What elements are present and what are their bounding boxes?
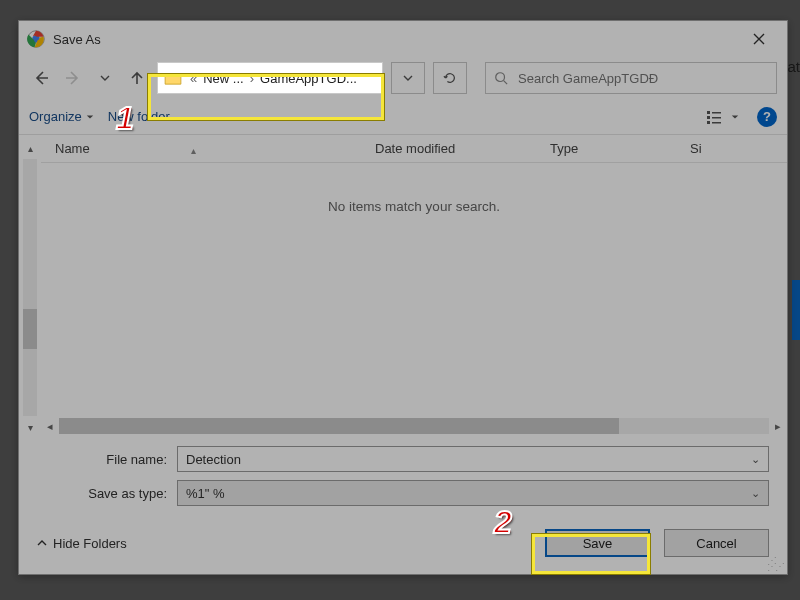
- horizontal-scrollbar[interactable]: ◂ ▸: [41, 416, 787, 436]
- save-as-type-label: Save as type:: [37, 486, 177, 501]
- breadcrumb-dropdown[interactable]: [391, 62, 425, 94]
- hide-folders-label: Hide Folders: [53, 536, 127, 551]
- column-name[interactable]: Name ▴: [41, 141, 361, 156]
- svg-rect-6: [712, 117, 721, 119]
- chevron-down-icon: [403, 73, 413, 83]
- view-details-icon: [707, 110, 727, 124]
- folder-icon: [164, 71, 182, 85]
- resize-grip-icon[interactable]: ⋰⋰⋰: [767, 558, 783, 570]
- up-button[interactable]: [125, 66, 149, 90]
- scroll-track[interactable]: [23, 159, 37, 416]
- column-name-label: Name: [55, 141, 90, 156]
- toolbar: Organize New folder ?: [19, 99, 787, 135]
- save-as-type-select[interactable]: %1" % ⌄: [177, 480, 769, 506]
- caret-down-icon: [731, 113, 739, 121]
- refresh-icon: [443, 71, 457, 85]
- scroll-left-icon[interactable]: ◂: [41, 420, 59, 433]
- organize-menu[interactable]: Organize: [29, 109, 94, 124]
- nav-row: « New ... › GameAppTGD...: [19, 57, 787, 99]
- help-button[interactable]: ?: [757, 107, 777, 127]
- arrow-right-icon: [65, 70, 81, 86]
- step-badge-2: 2: [494, 504, 512, 541]
- view-options-button[interactable]: [703, 105, 743, 129]
- breadcrumb-seg-2[interactable]: GameAppTGD...: [256, 71, 361, 86]
- forward-button[interactable]: [61, 66, 85, 90]
- column-type[interactable]: Type: [536, 141, 676, 156]
- recent-dropdown[interactable]: [93, 66, 117, 90]
- filename-value: Detection: [186, 452, 241, 467]
- column-headers: Name ▴ Date modified Type Si: [41, 135, 787, 163]
- file-list-area: Name ▴ Date modified Type Si No items ma…: [41, 135, 787, 436]
- arrow-left-icon: [33, 70, 49, 86]
- column-size[interactable]: Si: [676, 141, 787, 156]
- body: ▴ ▾ Name ▴ Date modified Type Si No item…: [19, 135, 787, 436]
- svg-rect-3: [707, 111, 710, 114]
- scroll-up-icon[interactable]: ▴: [21, 139, 39, 157]
- svg-point-2: [496, 73, 505, 82]
- close-button[interactable]: [739, 23, 779, 55]
- breadcrumb[interactable]: « New ... › GameAppTGD...: [157, 62, 383, 94]
- filename-input[interactable]: Detection ⌄: [177, 446, 769, 472]
- breadcrumb-seg-1[interactable]: New ...: [199, 71, 247, 86]
- search-box[interactable]: [485, 62, 777, 94]
- scroll-thumb[interactable]: [23, 309, 37, 349]
- refresh-button[interactable]: [433, 62, 467, 94]
- chevron-up-icon: [37, 538, 47, 548]
- save-as-type-value: %1" %: [186, 486, 225, 501]
- fields: File name: Detection ⌄ Save as type: %1"…: [19, 436, 787, 520]
- nav-pane-scrollbar[interactable]: ▴ ▾: [19, 135, 41, 436]
- caret-down-icon[interactable]: ⌄: [751, 487, 760, 500]
- hide-folders-toggle[interactable]: Hide Folders: [37, 536, 127, 551]
- close-icon: [753, 33, 765, 45]
- scroll-down-icon[interactable]: ▾: [21, 418, 39, 436]
- search-input[interactable]: [516, 70, 768, 87]
- search-icon: [494, 71, 508, 85]
- svg-rect-4: [712, 112, 721, 114]
- svg-rect-8: [712, 122, 721, 124]
- hscroll-thumb[interactable]: [59, 418, 619, 434]
- scroll-right-icon[interactable]: ▸: [769, 420, 787, 433]
- back-button[interactable]: [29, 66, 53, 90]
- footer: Hide Folders Save Cancel: [19, 520, 787, 574]
- caret-down-icon[interactable]: ⌄: [751, 453, 760, 466]
- empty-list-message: No items match your search.: [41, 199, 787, 214]
- arrow-up-icon: [129, 70, 145, 86]
- breadcrumb-sep: ›: [248, 71, 256, 86]
- organize-label: Organize: [29, 109, 82, 124]
- save-button[interactable]: Save: [545, 529, 650, 557]
- sort-asc-icon: ▴: [191, 145, 196, 156]
- chevron-down-icon: [100, 73, 110, 83]
- svg-rect-7: [707, 121, 710, 124]
- titlebar: Save As: [19, 21, 787, 57]
- chrome-icon: [27, 30, 45, 48]
- breadcrumb-overflow: «: [188, 71, 199, 86]
- hscroll-track[interactable]: [59, 418, 769, 434]
- svg-rect-5: [707, 116, 710, 119]
- caret-down-icon: [86, 113, 94, 121]
- column-date[interactable]: Date modified: [361, 141, 536, 156]
- background-accent-stripe: [792, 280, 800, 340]
- filename-label: File name:: [37, 452, 177, 467]
- window-title: Save As: [53, 32, 101, 47]
- step-badge-1: 1: [116, 100, 134, 137]
- cancel-button[interactable]: Cancel: [664, 529, 769, 557]
